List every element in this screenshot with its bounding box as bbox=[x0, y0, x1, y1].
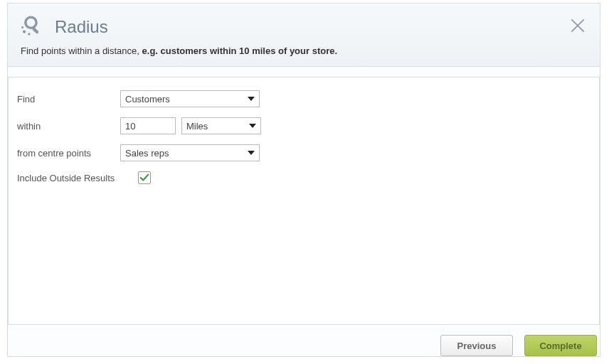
svg-point-4 bbox=[21, 26, 23, 28]
find-label: Find bbox=[17, 94, 120, 105]
include-checkbox[interactable] bbox=[138, 171, 151, 184]
dialog-subtitle: Find points within a distance, e.g. cust… bbox=[21, 46, 587, 56]
within-label: within bbox=[17, 121, 120, 132]
row-find: Find Customers bbox=[17, 90, 591, 107]
subtitle-lead: Find points within a distance, bbox=[21, 46, 142, 56]
svg-point-3 bbox=[28, 33, 30, 35]
radius-icon bbox=[21, 14, 45, 40]
svg-point-0 bbox=[26, 17, 36, 28]
form-area: Find Customers within Miles from centre … bbox=[8, 77, 600, 325]
within-input[interactable] bbox=[120, 117, 176, 134]
dialog-header: Radius Find points within a distance, e.… bbox=[8, 4, 600, 67]
include-label: Include Outside Results bbox=[17, 173, 138, 183]
chevron-down-icon bbox=[248, 151, 255, 155]
radius-dialog: Radius Find points within a distance, e.… bbox=[7, 3, 600, 357]
svg-point-2 bbox=[23, 30, 26, 33]
dialog-footer: Previous Complete bbox=[8, 325, 600, 356]
close-icon[interactable] bbox=[568, 16, 587, 35]
subtitle-bold: e.g. customers within 10 miles of your s… bbox=[142, 46, 338, 56]
from-value: Sales reps bbox=[125, 148, 169, 159]
chevron-down-icon bbox=[249, 124, 256, 128]
row-from: from centre points Sales reps bbox=[17, 144, 591, 161]
chevron-down-icon bbox=[248, 97, 255, 101]
find-select[interactable]: Customers bbox=[120, 90, 260, 107]
from-select[interactable]: Sales reps bbox=[120, 144, 260, 161]
find-value: Customers bbox=[125, 94, 170, 105]
from-label: from centre points bbox=[17, 148, 120, 159]
row-include: Include Outside Results bbox=[17, 171, 591, 184]
unit-value: Miles bbox=[186, 121, 208, 132]
unit-select[interactable]: Miles bbox=[181, 117, 261, 134]
complete-button[interactable]: Complete bbox=[524, 335, 597, 356]
svg-rect-1 bbox=[32, 27, 39, 34]
row-within: within Miles bbox=[17, 117, 591, 134]
previous-button[interactable]: Previous bbox=[440, 335, 513, 356]
dialog-title: Radius bbox=[55, 17, 108, 37]
